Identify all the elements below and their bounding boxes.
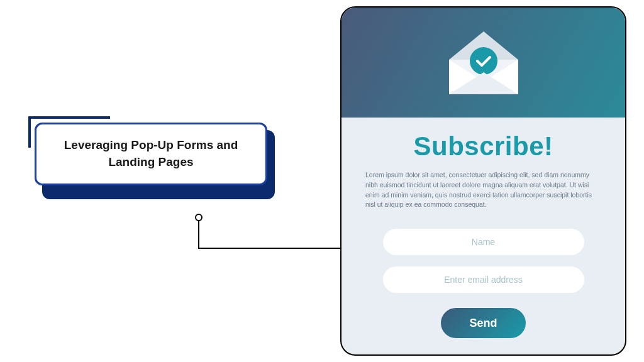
connector-horizontal-line bbox=[199, 248, 346, 249]
svg-point-2 bbox=[470, 47, 497, 75]
name-input[interactable] bbox=[383, 229, 584, 255]
subscribe-description: Lorem ipsum dolor sit amet, consectetuer… bbox=[341, 170, 625, 210]
subscribe-header bbox=[341, 8, 625, 118]
send-button[interactable]: Send bbox=[441, 308, 526, 338]
connector-dot bbox=[195, 214, 203, 221]
subscribe-panel: Subscribe! Lorem ipsum dolor sit amet, c… bbox=[340, 6, 626, 356]
title-text: Leveraging Pop-Up Forms and Landing Page… bbox=[55, 137, 247, 170]
envelope-icon bbox=[440, 28, 528, 97]
subscribe-heading: Subscribe! bbox=[341, 131, 625, 162]
subscribe-form: Send bbox=[341, 229, 625, 338]
title-card: Leveraging Pop-Up Forms and Landing Page… bbox=[35, 123, 267, 185]
connector bbox=[195, 214, 346, 251]
title-card-wrapper: Leveraging Pop-Up Forms and Landing Page… bbox=[35, 123, 267, 185]
connector-vertical-line bbox=[198, 221, 199, 249]
email-input[interactable] bbox=[383, 266, 584, 293]
